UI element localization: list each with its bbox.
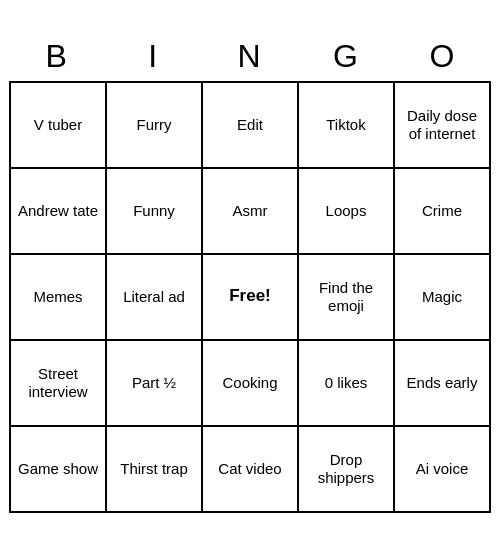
bingo-cell: Magic <box>394 254 490 340</box>
header-letter: I <box>105 32 201 81</box>
bingo-cell: Loops <box>298 168 394 254</box>
bingo-grid: V tuberFurryEditTiktokDaily dose of inte… <box>9 81 491 513</box>
header-letter: B <box>9 32 105 81</box>
bingo-cell: Literal ad <box>106 254 202 340</box>
bingo-header: BINGO <box>9 32 491 81</box>
bingo-cell: Tiktok <box>298 82 394 168</box>
bingo-cell: Edit <box>202 82 298 168</box>
bingo-cell: Cooking <box>202 340 298 426</box>
header-letter: G <box>298 32 394 81</box>
bingo-cell: Find the emoji <box>298 254 394 340</box>
table-row: V tuberFurryEditTiktokDaily dose of inte… <box>10 82 490 168</box>
bingo-cell: Memes <box>10 254 106 340</box>
bingo-cell: Thirst trap <box>106 426 202 512</box>
bingo-cell: Furry <box>106 82 202 168</box>
bingo-cell: Crime <box>394 168 490 254</box>
header-letter: N <box>202 32 298 81</box>
table-row: MemesLiteral adFree!Find the emojiMagic <box>10 254 490 340</box>
bingo-cell: Street interview <box>10 340 106 426</box>
table-row: Andrew tateFunnyAsmrLoopsCrime <box>10 168 490 254</box>
bingo-cell: Andrew tate <box>10 168 106 254</box>
bingo-cell: Asmr <box>202 168 298 254</box>
header-letter: O <box>395 32 491 81</box>
bingo-cell: V tuber <box>10 82 106 168</box>
table-row: Game showThirst trapCat videoDrop shippe… <box>10 426 490 512</box>
bingo-cell: 0 likes <box>298 340 394 426</box>
table-row: Street interviewPart ½Cooking0 likesEnds… <box>10 340 490 426</box>
bingo-cell: Funny <box>106 168 202 254</box>
bingo-cell: Ai voice <box>394 426 490 512</box>
bingo-cell: Free! <box>202 254 298 340</box>
bingo-cell: Game show <box>10 426 106 512</box>
bingo-cell: Daily dose of internet <box>394 82 490 168</box>
bingo-cell: Ends early <box>394 340 490 426</box>
bingo-cell: Part ½ <box>106 340 202 426</box>
bingo-cell: Cat video <box>202 426 298 512</box>
bingo-cell: Drop shippers <box>298 426 394 512</box>
